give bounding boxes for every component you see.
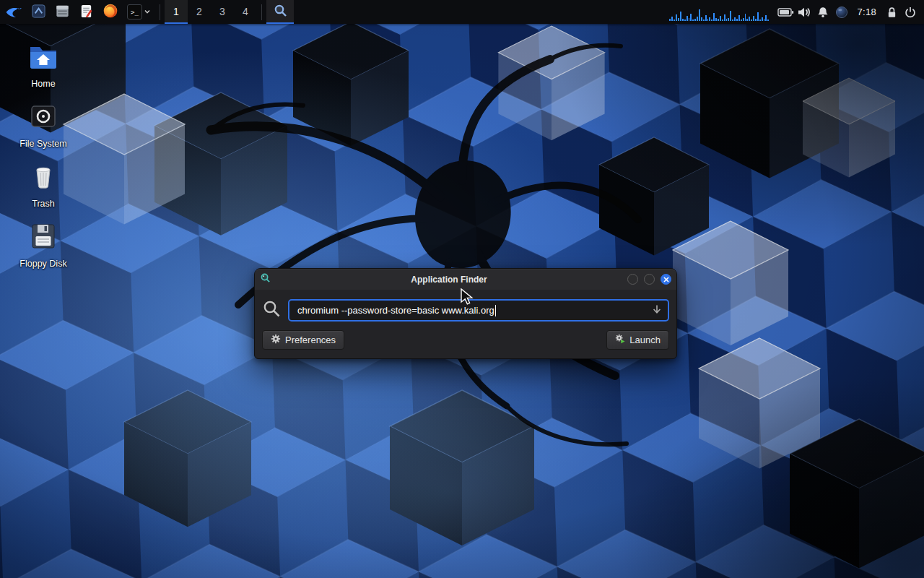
file-system-drive-icon bbox=[27, 100, 59, 135]
top-panel: >_ 1 2 3 4 bbox=[0, 0, 924, 24]
desktop-icon-label: File System bbox=[19, 139, 66, 149]
firefox-icon bbox=[103, 3, 118, 21]
workspace-3[interactable]: 3 bbox=[211, 0, 234, 24]
preferences-button[interactable]: Preferences bbox=[262, 330, 344, 350]
application-finder-icon bbox=[260, 272, 271, 286]
panel-separator bbox=[160, 4, 160, 20]
trash-empty-icon bbox=[27, 160, 59, 195]
command-entry[interactable]: chromium --password-store=basic www.kali… bbox=[288, 299, 669, 322]
terminal-launcher[interactable]: >_ bbox=[123, 0, 155, 24]
kali-logo-icon bbox=[4, 2, 22, 22]
application-finder-window: Application Finder bbox=[254, 268, 677, 359]
audio-visualizer bbox=[669, 4, 769, 21]
close-icon bbox=[663, 274, 669, 285]
notifications-bell-icon[interactable] bbox=[814, 0, 832, 24]
launch-icon bbox=[615, 334, 625, 346]
workspace-switcher: 1 2 3 4 bbox=[165, 0, 257, 24]
file-manager-launcher[interactable] bbox=[51, 0, 74, 24]
workspace-1[interactable]: 1 bbox=[165, 0, 188, 24]
clock[interactable]: 7:18 bbox=[851, 7, 882, 17]
chevron-down-icon[interactable] bbox=[144, 7, 151, 17]
desktop-icon-trash[interactable]: Trash bbox=[7, 158, 79, 212]
workspace-4[interactable]: 4 bbox=[234, 0, 257, 24]
history-dropdown-arrow-icon[interactable] bbox=[652, 304, 662, 317]
workspace-2[interactable]: 2 bbox=[188, 0, 211, 24]
floppy-disk-icon bbox=[27, 220, 59, 255]
status-sphere-icon[interactable] bbox=[832, 0, 851, 24]
window-titlebar[interactable]: Application Finder bbox=[255, 269, 676, 290]
window-title: Application Finder bbox=[271, 275, 627, 285]
desktop: >_ 1 2 3 4 bbox=[0, 0, 924, 578]
desktop-icon-list: Home File System bbox=[7, 38, 79, 272]
search-icon-large bbox=[262, 299, 282, 322]
home-folder-icon bbox=[27, 40, 59, 75]
gear-icon bbox=[271, 334, 281, 346]
search-icon bbox=[274, 4, 287, 20]
desktop-icon-file-system[interactable]: File System bbox=[7, 98, 79, 152]
terminal-icon: >_ bbox=[127, 4, 142, 20]
app-window-icon bbox=[31, 4, 46, 21]
firefox-launcher[interactable] bbox=[98, 0, 123, 24]
maximize-button[interactable] bbox=[644, 274, 655, 285]
desktop-icon-home[interactable]: Home bbox=[7, 38, 79, 92]
launch-button-label: Launch bbox=[629, 335, 661, 345]
app-window-launcher[interactable] bbox=[27, 0, 51, 24]
file-manager-icon bbox=[55, 4, 70, 21]
launch-button[interactable]: Launch bbox=[606, 330, 669, 350]
preferences-button-label: Preferences bbox=[285, 335, 336, 345]
desktop-icon-label: Trash bbox=[32, 199, 55, 209]
command-entry-value: chromium --password-store=basic www.kali… bbox=[297, 305, 494, 316]
taskbar-application-finder[interactable] bbox=[266, 0, 294, 24]
finder-body: chromium --password-store=basic www.kali… bbox=[255, 290, 676, 356]
desktop-icon-floppy-disk[interactable]: Floppy Disk bbox=[7, 217, 79, 272]
panel-launchers bbox=[27, 0, 123, 24]
panel-separator bbox=[261, 4, 262, 20]
close-button[interactable] bbox=[661, 274, 671, 285]
text-editor-icon bbox=[79, 4, 94, 21]
text-editor-launcher[interactable] bbox=[74, 0, 98, 24]
power-logout-icon[interactable] bbox=[901, 0, 920, 24]
text-caret bbox=[495, 305, 496, 316]
desktop-icon-label: Floppy Disk bbox=[19, 259, 66, 269]
desktop-icon-label: Home bbox=[31, 79, 55, 89]
applications-menu-button[interactable] bbox=[0, 0, 27, 24]
lock-screen-icon[interactable] bbox=[882, 0, 901, 24]
minimize-button[interactable] bbox=[627, 274, 638, 285]
volume-icon[interactable] bbox=[795, 0, 814, 24]
battery-icon[interactable] bbox=[776, 0, 795, 24]
